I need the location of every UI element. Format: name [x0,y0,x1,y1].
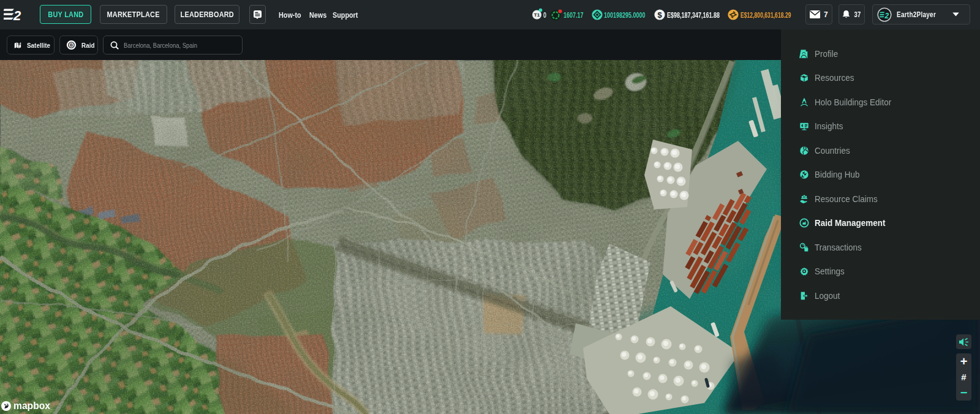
svg-text:B: B [70,43,73,47]
svg-text:T1: T1 [534,12,540,18]
svg-text:2: 2 [13,8,21,21]
svg-text:2: 2 [884,11,889,20]
svg-text:$: $ [657,10,662,20]
